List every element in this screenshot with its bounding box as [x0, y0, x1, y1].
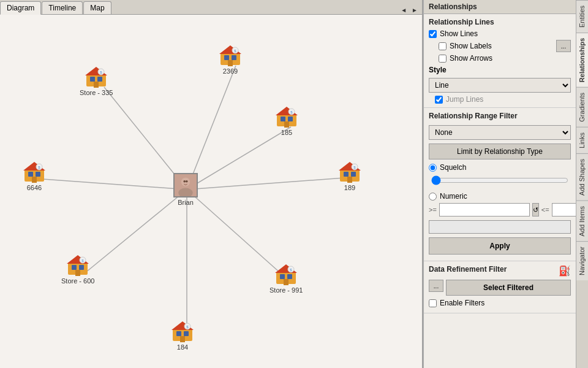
- numeric-row: Numeric: [429, 192, 571, 201]
- show-lines-label: Show Lines: [440, 29, 478, 38]
- vertical-tabs: Entities Relationships Gradients Links A…: [576, 0, 588, 368]
- node-2369-label: 2369: [223, 67, 238, 75]
- vtab-add-shapes[interactable]: Add Shapes: [576, 153, 588, 201]
- node-6646[interactable]: $ 6646: [23, 161, 45, 191]
- squelch-label: Squelch: [440, 163, 466, 172]
- style-label: Style: [429, 66, 447, 74]
- svg-rect-21: [224, 55, 229, 60]
- svg-rect-56: [72, 265, 77, 270]
- refresh-button[interactable]: ↺: [532, 203, 539, 217]
- vtab-relationships[interactable]: Relationships: [576, 33, 588, 87]
- svg-point-12: [186, 180, 188, 183]
- svg-rect-28: [281, 117, 285, 121]
- refinement-dots-button[interactable]: ...: [429, 280, 443, 292]
- node-brian[interactable]: Brian: [173, 173, 198, 206]
- node-store600-label: Store - 600: [61, 277, 94, 285]
- node-store600[interactable]: $ Store - 600: [61, 254, 94, 285]
- lte-input[interactable]: [552, 203, 576, 217]
- gte-label: >=: [429, 206, 437, 213]
- svg-rect-45: [284, 279, 288, 285]
- svg-line-2: [187, 127, 291, 190]
- panel-title: Relationships: [424, 0, 576, 14]
- show-arrows-checkbox[interactable]: [439, 55, 447, 63]
- node-store991[interactable]: $ Store - 991: [270, 263, 303, 294]
- svg-rect-15: [97, 77, 102, 82]
- vtab-links[interactable]: Links: [576, 127, 588, 153]
- node-185-label: 185: [281, 129, 292, 136]
- node-189-label: 189: [344, 184, 355, 191]
- numeric-value-input[interactable]: [429, 220, 571, 234]
- vtab-gradients[interactable]: Gradients: [576, 87, 588, 127]
- tab-timeline[interactable]: Timeline: [42, 1, 83, 14]
- tab-diagram[interactable]: Diagram: [0, 1, 41, 15]
- svg-rect-24: [228, 60, 233, 66]
- store-icon-2369: $: [219, 44, 241, 66]
- node-store991-label: Store - 991: [270, 286, 303, 294]
- svg-rect-49: [176, 331, 181, 336]
- node-store335[interactable]: $ Store - 335: [80, 66, 113, 96]
- show-lines-checkbox[interactable]: [429, 30, 437, 38]
- tab-nav-right[interactable]: ►: [410, 6, 420, 14]
- svg-rect-31: [284, 121, 289, 128]
- refinement-row: ... Select Filtered: [429, 280, 571, 296]
- enable-filters-checkbox[interactable]: [429, 299, 437, 307]
- relationship-lines-section: Relationship Lines Show Lines Show Label…: [424, 14, 576, 108]
- show-arrows-label: Show Arrows: [450, 54, 492, 63]
- select-filtered-button[interactable]: Select Filtered: [446, 280, 571, 296]
- svg-rect-64: [36, 172, 40, 177]
- tab-bar: Diagram Timeline Map ◄ ►: [0, 0, 422, 15]
- style-row: Style: [429, 66, 571, 74]
- gte-input[interactable]: [439, 203, 530, 217]
- squelch-row: Squelch: [429, 163, 571, 172]
- filter-icon: ⛽: [559, 265, 571, 277]
- numeric-inputs: >= ↺ <=: [429, 203, 571, 217]
- store-icon-185: $: [276, 105, 298, 128]
- svg-point-10: [178, 188, 192, 198]
- range-filter-select[interactable]: None Range Absolute: [429, 125, 571, 140]
- vtab-add-items[interactable]: Add Items: [576, 201, 588, 242]
- section-title-range: Relationship Range Filter: [429, 112, 571, 120]
- jump-lines-label: Jump Lines: [446, 95, 483, 104]
- svg-rect-14: [90, 77, 95, 82]
- limit-by-relationship-type-button[interactable]: Limit by Relationship Type: [429, 144, 571, 159]
- svg-line-7: [43, 179, 187, 190]
- svg-line-3: [187, 177, 352, 190]
- svg-rect-38: [347, 177, 352, 183]
- style-select[interactable]: Line Curved Straight Orthogonal: [429, 78, 571, 93]
- show-labels-row: Show Labels ...: [439, 40, 571, 52]
- relationships-panel: Relationships Relationship Lines Show Li…: [424, 0, 576, 368]
- show-labels-dots-button[interactable]: ...: [556, 40, 571, 52]
- tab-nav-left[interactable]: ◄: [399, 6, 409, 14]
- svg-rect-63: [28, 172, 33, 177]
- squelch-radio[interactable]: [429, 164, 437, 172]
- numeric-label: Numeric: [440, 192, 467, 201]
- node-189[interactable]: $ 189: [339, 161, 361, 191]
- node-2369[interactable]: $ 2369: [219, 44, 241, 75]
- node-brian-label: Brian: [178, 199, 194, 206]
- node-184[interactable]: $ 184: [172, 320, 194, 351]
- store-icon: $: [85, 66, 107, 88]
- show-labels-checkbox[interactable]: [439, 42, 447, 50]
- section-title-refinement: Data Refinement Filter: [429, 265, 507, 274]
- node-185[interactable]: $ 185: [276, 105, 298, 136]
- apply-button[interactable]: Apply: [429, 237, 571, 255]
- section-title-rel-lines: Relationship Lines: [429, 18, 571, 26]
- vtab-entities[interactable]: Entities: [576, 0, 588, 33]
- tab-map[interactable]: Map: [83, 1, 111, 14]
- jump-lines-row: Jump Lines: [429, 95, 571, 104]
- svg-point-11: [183, 180, 186, 183]
- svg-line-6: [86, 190, 187, 272]
- numeric-radio[interactable]: [429, 193, 437, 201]
- store-icon-184: $: [172, 320, 194, 342]
- tab-nav: ◄ ►: [399, 6, 422, 14]
- range-filter-section: Relationship Range Filter None Range Abs…: [424, 108, 576, 261]
- svg-rect-22: [232, 55, 236, 60]
- data-refinement-section: Data Refinement Filter ⛽ ... Select Filt…: [424, 261, 576, 313]
- vtab-navigator[interactable]: Navigator: [576, 241, 588, 280]
- enable-filters-label: Enable Filters: [440, 299, 484, 307]
- svg-rect-59: [75, 270, 80, 276]
- svg-line-1: [187, 66, 236, 190]
- jump-lines-checkbox[interactable]: [435, 96, 443, 104]
- diagram-lines: [0, 15, 422, 368]
- squelch-slider[interactable]: [431, 175, 568, 185]
